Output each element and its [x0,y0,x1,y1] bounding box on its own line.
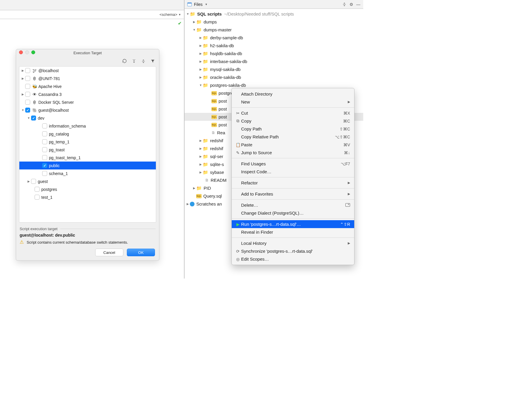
maximize-icon[interactable] [31,50,35,54]
folder-path: ~/Desktop/Needed stuff/SQL scripts [224,11,294,16]
close-icon[interactable] [19,50,23,54]
warning-row: ⚠ Script contains current schema/databas… [16,238,159,245]
checkbox[interactable] [25,84,30,89]
tree-row[interactable]: 🛢Docker SQL Server [19,98,156,106]
svg-rect-1 [187,3,192,4]
checkbox[interactable] [42,131,47,136]
tree-row[interactable]: ▶👁Cassandra 3 [19,90,156,98]
ctx-synchronize[interactable]: ⟳Synchronize 'postgres-s…rt-data.sql' [232,247,354,255]
checkbox[interactable] [25,68,30,73]
gear-icon[interactable]: ⚙ [349,2,354,7]
ctx-change-dialect[interactable]: Change Dialect (PostgreSQL)… [232,209,354,217]
ctx-local-history[interactable]: Local History▶ [232,239,354,247]
ctx-add-to-favorites[interactable]: Add to Favorites▶ [232,190,354,198]
checkbox[interactable] [25,76,30,81]
tree-row[interactable]: pg_toast_temp_1 [19,154,156,162]
refresh-icon[interactable] [122,59,127,63]
ctx-run-sql[interactable]: ▶Run 'postgres-s…rt-data.sql'…⌃⇧R [232,220,354,228]
filter-icon[interactable] [150,59,155,63]
checkbox[interactable] [42,147,47,152]
hide-panel-icon[interactable]: — [356,2,361,7]
tree-row-selected[interactable]: public [19,162,156,169]
ctx-reveal-in-finder[interactable]: Reveal in Finder [232,228,354,236]
checkbox[interactable] [42,155,47,160]
tree-row[interactable]: schema_1 [19,169,156,177]
checkbox[interactable] [42,123,47,128]
tree-row[interactable]: postgres [19,185,156,193]
checkbox[interactable] [25,92,30,97]
tree-row[interactable]: ▼📁SQL scripts ~/Desktop/Needed stuff/SQL… [185,10,363,18]
ctx-inspect-code[interactable]: Inspect Code… [232,168,354,176]
tree-row[interactable]: ▶📁hsqldb-sakila-db [185,50,363,57]
submenu-arrow-icon: ▶ [348,241,350,245]
shortcut: ⌥⇧⌘C [335,135,350,139]
folder-label: h2-sakila-db [210,43,234,48]
folder-icon: 📁 [203,67,208,72]
checkbox[interactable] [25,100,30,105]
tree-row[interactable]: information_schema [19,122,156,130]
files-panel-header[interactable]: Files ▼ ⚙ — [185,0,363,9]
minimize-icon[interactable] [25,50,29,54]
checkbox[interactable] [31,116,36,121]
tree-row[interactable]: 🐝Apache Hive [19,82,156,90]
ctx-copy[interactable]: ⧉Copy⌘C [232,117,354,125]
scratches-icon [190,202,195,206]
tree-row[interactable]: pg_temp_1 [19,138,156,146]
ctx-refactor[interactable]: Refactor▶ [232,179,354,187]
ctx-new[interactable]: New▶ [232,98,354,106]
checkbox[interactable] [25,108,30,113]
ctx-attach-directory[interactable]: Attach Directory [232,90,354,98]
tree-row[interactable]: ▶🕊@localhost [19,67,156,74]
target-icon: ◎ [235,257,241,262]
ctx-paste[interactable]: 📋Paste⌘V [232,141,354,149]
tree-row[interactable]: ▶📁mysql-sakila-db [185,65,363,73]
tree-row[interactable]: ▶📁derby-sample-db [185,34,363,42]
schema-dropdown[interactable]: <schema> ▼ [0,10,184,19]
folder-icon: 📁 [203,75,208,80]
tree-row[interactable]: ▶🛢@UNIT-781 [19,74,156,82]
checkbox[interactable] [35,187,40,192]
scratches-label: Scratches an [196,201,222,206]
checkbox[interactable] [35,195,40,200]
tree-row[interactable]: ▶📁h2-sakila-db [185,42,363,50]
tree-row[interactable]: pg_catalog [19,130,156,138]
expand-all-icon[interactable] [132,59,136,63]
ctx-jump-to-source[interactable]: ✎Jump to Source⌘↓ [232,149,354,157]
datasource-icon: 🛢 [32,100,37,105]
ctx-cut[interactable]: ✂Cut⌘X [232,109,354,117]
checkbox[interactable] [42,163,47,168]
tree-row[interactable]: pg_toast [19,146,156,154]
ok-button[interactable]: OK [127,249,155,256]
dialog-titlebar[interactable]: Execution Target [16,49,159,56]
checkbox[interactable] [31,179,36,184]
ctx-copy-relative-path[interactable]: Copy Relative Path⌥⇧⌘C [232,133,354,141]
tree-row[interactable]: test_1 [19,193,156,201]
tree-row[interactable]: ▶guest [19,177,156,185]
collapse-all-icon[interactable] [141,59,146,63]
checkbox[interactable] [42,139,47,144]
collapse-all-icon[interactable] [342,2,347,7]
separator [232,188,354,189]
folder-label: sqlite-s [210,162,224,167]
ctx-edit-scopes[interactable]: ◎Edit Scopes… [232,255,354,263]
tree-row[interactable]: ▶📁dumps [185,18,363,26]
tree-row[interactable]: ▶📁oracle-sakila-db [185,73,363,81]
ctx-delete[interactable]: Delete… [232,201,354,209]
separator [232,199,354,200]
submenu-arrow-icon: ▶ [348,100,350,104]
ctx-find-usages[interactable]: Find Usages⌥F7 [232,160,354,168]
ctx-copy-path[interactable]: Copy Path⇧⌘C [232,125,354,133]
folder-icon: 📁 [196,186,202,191]
tree-row[interactable]: ▼📁dumps-master [185,26,363,34]
cancel-button[interactable]: Cancel [95,249,123,256]
chevron-down-icon[interactable]: ▼ [205,3,208,6]
datasource-tree[interactable]: ▶🕊@localhost ▶🛢@UNIT-781 🐝Apache Hive ▶👁… [19,66,156,223]
folder-icon: 📁 [203,170,208,175]
folder-label: sybase [210,170,224,175]
checkbox[interactable] [42,171,47,176]
folder-icon: 📁 [203,59,208,64]
tree-row[interactable]: ▼🐘guest@localhost [19,106,156,114]
paste-icon: 📋 [235,142,241,147]
tree-row[interactable]: ▶📁interbase-sakila-db [185,57,363,65]
tree-row[interactable]: ▼dev [19,114,156,122]
